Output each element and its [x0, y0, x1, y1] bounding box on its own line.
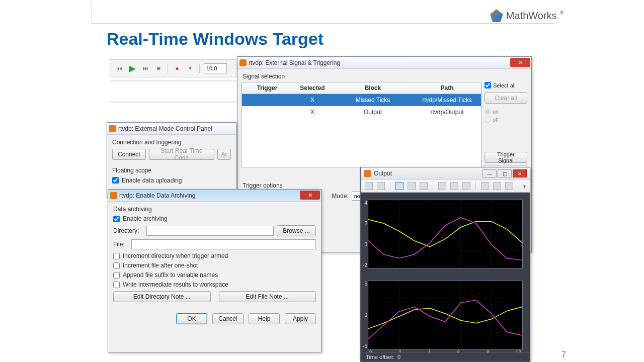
scope-plot-1: 420-2 [368, 200, 523, 268]
edit-file-note-button[interactable]: Edit File Note ... [219, 291, 316, 302]
col-path[interactable]: Path [413, 84, 481, 92]
plot-canvas [368, 200, 522, 268]
off-radio[interactable]: off [485, 117, 527, 123]
zoom-x-icon[interactable] [408, 182, 416, 190]
save-config-icon[interactable] [450, 182, 458, 190]
signal-select-icon[interactable] [505, 182, 513, 190]
mode-label: Mode: [332, 193, 348, 200]
enable-archiving-checkbox[interactable]: Enable archiving [113, 215, 316, 222]
toolbar-divider [110, 80, 236, 81]
page-number: 7 [561, 350, 566, 359]
enable-upload-checkbox[interactable]: Enable data uploading [112, 177, 231, 184]
close-button[interactable]: ✕ [510, 58, 530, 67]
cancel-button[interactable]: Cancel [212, 313, 244, 324]
arm-button[interactable]: Ar [217, 149, 231, 160]
ok-button[interactable]: OK [176, 313, 207, 324]
connect-button[interactable]: Connect [112, 149, 146, 160]
file-input[interactable] [131, 239, 316, 249]
brand: MathWorks ® [490, 9, 564, 22]
close-button[interactable]: ✕ [513, 169, 527, 177]
page-title: Real-Time Windows Target [107, 29, 324, 49]
increment-dir-checkbox[interactable]: Increment directory when trigger armed [113, 252, 316, 259]
app-icon [109, 125, 116, 132]
directory-label: Directory: [113, 227, 143, 234]
group-label: Connection and triggering [112, 139, 231, 146]
col-block[interactable]: Block [333, 84, 413, 92]
maximize-button[interactable]: ▢ [498, 169, 512, 177]
group-label: Signal selection [243, 73, 527, 80]
slide-rule [92, 1, 554, 24]
toolbar-divider [110, 102, 236, 103]
col-trigger[interactable]: Trigger [242, 84, 292, 92]
y-axis-2: 50-5 [358, 281, 367, 349]
help-button[interactable]: Help [249, 313, 280, 324]
float-icon[interactable] [481, 182, 489, 190]
app-icon [110, 192, 117, 199]
file-label: File: [113, 241, 128, 248]
start-rt-button[interactable]: Start Real-Time Code [149, 149, 214, 160]
window-title: Output [374, 170, 479, 177]
table-row[interactable]: X Output rtvdp/Output [242, 106, 481, 118]
dialog-title: rtvdp: Enable Data Archiving [119, 192, 319, 199]
stop-icon[interactable]: ■ [153, 63, 164, 73]
trigger-signal-button[interactable]: Trigger Signal [485, 152, 527, 163]
y-axis-1: 420-2 [358, 200, 367, 268]
browse-button[interactable]: Browse ... [277, 225, 316, 236]
record-icon[interactable]: ● [172, 63, 182, 73]
plot-canvas [368, 281, 522, 349]
step-forward-icon[interactable]: ⏭ [140, 63, 150, 73]
chevron-down-icon[interactable]: ▾ [523, 184, 526, 189]
append-suffix-checkbox[interactable]: Append file suffix to variable names [113, 272, 316, 279]
directory-input[interactable] [146, 226, 274, 236]
stop-time-field[interactable]: 10.0 [204, 63, 227, 73]
app-icon [239, 59, 247, 66]
data-archiving-dialog: rtvdp: Enable Data Archiving ✕ Data arch… [108, 189, 321, 352]
write-intermediate-checkbox[interactable]: Write intermediate results to workspace [113, 281, 316, 288]
scope-plot-2: 50-5 0246810 [368, 281, 523, 349]
step-back-icon[interactable]: ⏮ [114, 63, 124, 73]
control-panel-dialog: rtvdp: External Mode Control Panel Conne… [107, 122, 236, 198]
minimize-button[interactable]: — [482, 169, 497, 177]
dialog-title: rtvdp: External Signal & Triggering [249, 59, 529, 66]
output-scope-window: Output — ▢ ✕ ▾ 420-2 5 [360, 167, 530, 362]
clear-all-button[interactable]: Clear all [485, 93, 527, 104]
record-menu-icon[interactable]: ▼ [185, 63, 195, 73]
increment-file-checkbox[interactable]: Increment file after one-shot [113, 262, 316, 269]
brand-label: MathWorks [506, 10, 557, 22]
signal-table[interactable]: Trigger Selected Block Path X Missed Tic… [242, 82, 481, 167]
sim-toolbar: ⏮ ▶ ⏭ ■ ● ▼ 10.0 [110, 59, 236, 77]
mathworks-logo-icon [490, 9, 503, 22]
scope-status-bar: Time offset: 0 [361, 352, 530, 361]
params-icon[interactable] [377, 182, 385, 190]
zoom-y-icon[interactable] [420, 182, 428, 190]
col-selected[interactable]: Selected [292, 84, 333, 92]
group-label: Data archiving [113, 206, 316, 213]
play-icon[interactable]: ▶ [127, 63, 137, 73]
apply-button[interactable]: Apply [285, 313, 316, 324]
edit-dir-note-button[interactable]: Edit Directory Note ... [113, 291, 211, 302]
restore-config-icon[interactable] [462, 182, 470, 190]
table-row[interactable]: X Missed Ticks rtvdp/Missed Ticks [242, 94, 481, 106]
app-icon [364, 170, 371, 177]
close-button[interactable]: ✕ [300, 191, 320, 200]
zoom-icon[interactable] [395, 182, 404, 190]
floating-scope-label: Floating scope [112, 167, 231, 174]
on-radio[interactable]: on [485, 109, 527, 115]
dialog-title: rtvdp: External Mode Control Panel [118, 125, 234, 132]
lock-icon[interactable] [493, 182, 501, 190]
scope-toolbar: ▾ [361, 179, 530, 193]
print-icon[interactable] [365, 182, 373, 190]
autoscale-icon[interactable] [438, 182, 446, 190]
select-all-checkbox[interactable]: Select all [485, 82, 527, 88]
